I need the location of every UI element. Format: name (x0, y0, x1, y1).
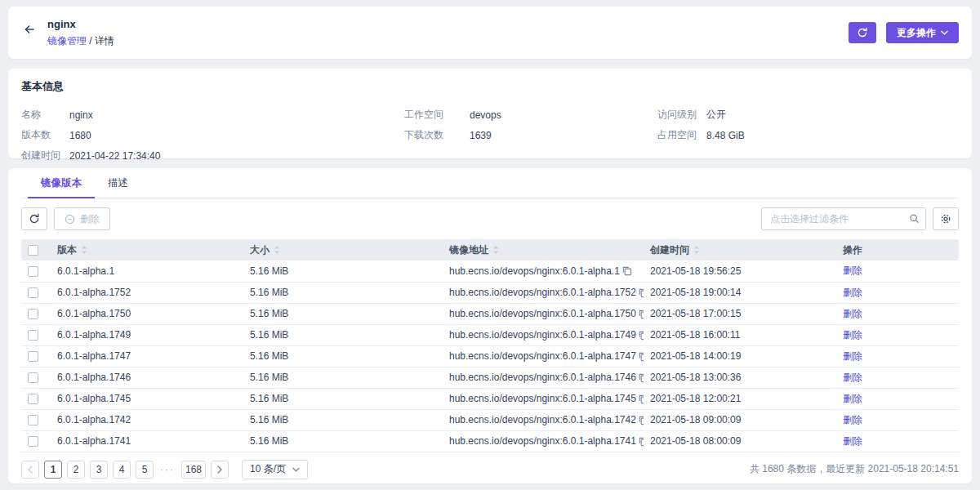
table-header-row: 版本 大小 镜像地址 创建时间 操作 (21, 239, 959, 261)
header-actions: 更多操作 (849, 22, 959, 43)
breadcrumb-link-image-manage[interactable]: 镜像管理 (47, 35, 87, 47)
created-text: 2021-05-18 19:00:14 (650, 287, 741, 298)
column-header-address[interactable]: 镜像地址 (443, 239, 644, 261)
delete-row-link[interactable]: 删除 (843, 414, 862, 425)
address-text: hub.ecns.io/devops/nginx:6.0.1-alpha.174… (449, 393, 636, 404)
info-field-used-space: 占用空间 8.48 GiB (657, 125, 745, 145)
page-button-5[interactable]: 5 (136, 461, 154, 479)
size-text: 5.16 MiB (250, 308, 288, 319)
data-summary: 共 1680 条数据，最近更新 2021-05-18 20:14:51 (750, 462, 959, 476)
info-field-workspace: 工作空间 devops (404, 105, 657, 125)
filter-input[interactable] (761, 207, 926, 230)
back-button[interactable] (21, 21, 38, 38)
pagination: 1 2 3 4 5 ··· 168 10 条/页 共 1680 条数据，最近更新… (21, 452, 959, 489)
info-field-download-count: 下载次数 1639 (404, 125, 657, 145)
copy-icon[interactable] (636, 413, 644, 427)
chevron-left-icon (28, 466, 33, 474)
table-row: 6.0.1-alpha.1752 5.16 MiB hub.ecns.io/de… (21, 282, 959, 303)
row-checkbox[interactable] (28, 266, 38, 277)
info-label: 名称 (21, 108, 69, 122)
column-header-version[interactable]: 版本 (51, 239, 243, 261)
page-button-2[interactable]: 2 (67, 461, 85, 479)
table-toolbar: 删除 (21, 198, 959, 239)
copy-icon[interactable] (620, 264, 634, 278)
info-field-access-level: 访问级别 公开 (657, 105, 745, 125)
version-text: 6.0.1-alpha.1745 (57, 393, 131, 404)
minus-circle-icon (65, 214, 75, 225)
gear-icon (940, 213, 951, 225)
info-value: 1680 (69, 130, 91, 141)
detail-header: nginx 镜像管理 / 详情 更多操作 (8, 7, 972, 59)
row-checkbox[interactable] (28, 351, 38, 362)
delete-row-link[interactable]: 删除 (843, 435, 862, 447)
page-size-select[interactable]: 10 条/页 (242, 460, 308, 479)
row-checkbox[interactable] (28, 436, 38, 447)
delete-selected-button[interactable]: 删除 (54, 207, 110, 230)
info-value: 2021-04-22 17:34:40 (69, 150, 160, 162)
table-refresh-button[interactable] (21, 207, 47, 230)
select-all-checkbox[interactable] (28, 245, 38, 256)
row-checkbox[interactable] (28, 287, 38, 298)
delete-row-link[interactable]: 删除 (843, 308, 862, 319)
created-text: 2021-05-18 17:00:15 (650, 308, 741, 319)
copy-icon[interactable] (636, 307, 644, 321)
delete-row-link[interactable]: 删除 (843, 287, 862, 298)
delete-row-link[interactable]: 删除 (843, 372, 862, 383)
delete-row-link[interactable]: 删除 (843, 265, 862, 276)
sort-icon (492, 245, 499, 255)
copy-icon[interactable] (636, 434, 644, 448)
row-checkbox[interactable] (28, 309, 38, 319)
version-text: 6.0.1-alpha.1742 (57, 414, 131, 425)
created-text: 2021-05-18 09:00:09 (650, 414, 741, 425)
page-button-3[interactable]: 3 (90, 461, 108, 479)
info-field-name: 名称 nginx (21, 105, 404, 125)
created-text: 2021-05-18 12:00:21 (650, 393, 741, 404)
copy-icon[interactable] (636, 286, 644, 300)
row-checkbox[interactable] (28, 394, 38, 404)
tab-description[interactable]: 描述 (95, 168, 141, 198)
search-icon[interactable] (909, 213, 920, 224)
page-button-4[interactable]: 4 (113, 461, 131, 479)
page-button-1[interactable]: 1 (44, 461, 62, 479)
toolbar-left: 删除 (21, 207, 110, 230)
delete-row-link[interactable]: 删除 (843, 329, 862, 341)
pagination-controls: 1 2 3 4 5 ··· 168 10 条/页 (21, 460, 308, 479)
row-checkbox[interactable] (28, 330, 38, 341)
prev-page-button[interactable] (21, 461, 39, 479)
chevron-down-icon (941, 30, 948, 35)
created-text: 2021-05-18 14:00:19 (650, 350, 741, 362)
copy-icon[interactable] (636, 392, 644, 406)
size-text: 5.16 MiB (250, 372, 288, 383)
page-button-last[interactable]: 168 (181, 461, 206, 479)
versions-table: 版本 大小 镜像地址 创建时间 操作 (21, 239, 959, 452)
delete-row-link[interactable]: 删除 (843, 350, 862, 362)
delete-row-link[interactable]: 删除 (843, 393, 862, 404)
toolbar-right (761, 207, 959, 230)
table-row: 6.0.1-alpha.1746 5.16 MiB hub.ecns.io/de… (21, 367, 959, 388)
chevron-right-icon (217, 466, 222, 474)
tab-image-versions[interactable]: 镜像版本 (28, 168, 95, 198)
copy-icon[interactable] (636, 328, 644, 342)
copy-icon[interactable] (636, 350, 644, 363)
header-left: nginx 镜像管理 / 详情 (21, 18, 114, 48)
refresh-icon (857, 27, 868, 38)
version-text: 6.0.1-alpha.1 (57, 265, 114, 277)
column-header-created[interactable]: 创建时间 (644, 239, 836, 261)
column-settings-button[interactable] (933, 207, 959, 230)
info-value: devops (470, 109, 501, 121)
next-page-button[interactable] (211, 461, 229, 479)
column-header-size[interactable]: 大小 (243, 239, 443, 261)
basic-info-grid: 名称 nginx 版本数 1680 创建时间 2021-04-22 17:34:… (21, 105, 959, 166)
refresh-button[interactable] (849, 22, 876, 43)
more-actions-button[interactable]: 更多操作 (886, 22, 959, 43)
table-row: 6.0.1-alpha.1747 5.16 MiB hub.ecns.io/de… (21, 345, 959, 367)
copy-icon[interactable] (636, 371, 644, 385)
sort-icon (274, 245, 280, 255)
tabs: 镜像版本 描述 (21, 168, 959, 198)
basic-info-card: 基本信息 名称 nginx 版本数 1680 创建时间 2021-04-22 1… (8, 69, 972, 158)
size-text: 5.16 MiB (250, 414, 288, 425)
row-checkbox[interactable] (28, 415, 38, 425)
address-text: hub.ecns.io/devops/nginx:6.0.1-alpha.174… (449, 372, 636, 383)
tab-label: 镜像版本 (41, 177, 82, 189)
row-checkbox[interactable] (28, 372, 38, 383)
